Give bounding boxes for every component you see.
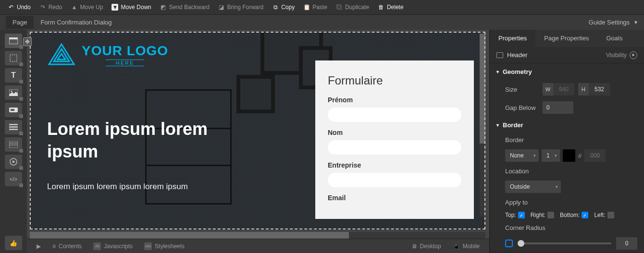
- redo-icon: ↷: [39, 4, 46, 11]
- list-tool-button[interactable]: [5, 137, 22, 152]
- undo-label: Undo: [17, 4, 31, 11]
- text-tool-button[interactable]: T: [5, 68, 22, 83]
- mobile-view-button[interactable]: 📱Mobile: [447, 241, 485, 252]
- corner-preview-icon: [505, 240, 513, 247]
- code-tool-button[interactable]: </>: [5, 172, 22, 186]
- play-button[interactable]: ▶: [31, 241, 47, 252]
- logo-subtext: HERE: [106, 60, 144, 66]
- border-color-input[interactable]: [584, 149, 606, 162]
- form-panel: Formulaire Prénom Nom Entreprise Email: [315, 60, 474, 219]
- border-location-select[interactable]: Outside▾: [505, 181, 561, 193]
- section-tool-button[interactable]: [5, 34, 22, 48]
- trash-icon: 🗑: [378, 4, 384, 11]
- bottom-checkbox[interactable]: ✓: [582, 212, 588, 218]
- bring-forward-button[interactable]: ◪Bring Forward: [214, 2, 267, 12]
- top-checkbox[interactable]: ✓: [518, 212, 525, 218]
- breadcrumb-page[interactable]: Page: [6, 16, 34, 29]
- canvas-scrollbar-horizontal[interactable]: [30, 232, 485, 239]
- hero-body: Lorem ipsum lorem ipsum lorem ipsum: [47, 181, 188, 193]
- tab-goals[interactable]: Goals: [597, 30, 631, 47]
- tab-page-properties[interactable]: Page Properties: [535, 30, 597, 47]
- scrollbar-thumb[interactable]: [480, 34, 485, 144]
- border-style-select[interactable]: None▾: [505, 149, 539, 162]
- border-label: Border: [505, 136, 524, 144]
- element-type-label: Header: [507, 51, 528, 59]
- breadcrumb-dialog[interactable]: Form Confirmation Dialog: [34, 16, 118, 29]
- contents-button[interactable]: ≡Contents: [47, 241, 87, 252]
- javascripts-button[interactable]: JSJavascripts: [87, 241, 138, 252]
- canvas-scrollbar-vertical[interactable]: [480, 34, 485, 217]
- move-down-button[interactable]: ▼Move Down: [108, 2, 155, 12]
- send-backward-button[interactable]: ◩Send Backward: [156, 2, 213, 12]
- form-input-prenom[interactable]: [328, 108, 461, 122]
- width-input[interactable]: [553, 83, 574, 96]
- paste-icon: 📋: [303, 4, 310, 11]
- svg-point-4: [11, 91, 12, 92]
- svg-rect-2: [10, 55, 17, 61]
- border-color-swatch[interactable]: [563, 149, 575, 162]
- button-tool-button[interactable]: [5, 103, 22, 117]
- header-element-icon: [496, 52, 503, 58]
- chevron-down-icon: ▾: [496, 122, 499, 128]
- left-checkbox[interactable]: [607, 212, 614, 218]
- selection-move-handle[interactable]: ✥: [23, 37, 32, 46]
- undo-button[interactable]: ↶Undo: [4, 2, 35, 12]
- border-style-value: None: [510, 152, 524, 159]
- form-input-entreprise[interactable]: [328, 173, 461, 187]
- slider-thumb[interactable]: [518, 240, 524, 247]
- copy-button[interactable]: ⧉Copy: [268, 2, 298, 12]
- form-input-nom[interactable]: [328, 140, 461, 155]
- hero-heading: Lorem ipsum lorem ipsum: [47, 118, 249, 163]
- redo-button[interactable]: ↷Redo: [36, 2, 66, 12]
- javascripts-label: Javascripts: [104, 243, 133, 250]
- tab-properties[interactable]: Properties: [490, 30, 535, 47]
- context-bar: Page Form Confirmation Dialog Guide Sett…: [0, 14, 644, 30]
- logo-icon: [47, 43, 76, 66]
- move-up-button[interactable]: ▲Move Up: [67, 2, 107, 12]
- dropdown-icon[interactable]: ▼: [633, 20, 638, 25]
- svg-rect-1: [9, 37, 18, 39]
- stylesheets-label: Stylesheets: [155, 243, 185, 250]
- section-border-label: Border: [503, 121, 523, 129]
- section-border-toggle[interactable]: ▾Border: [490, 117, 644, 133]
- size-label: Size: [505, 86, 539, 93]
- chevron-down-icon: ▾: [556, 184, 558, 189]
- right-checkbox[interactable]: [547, 212, 554, 218]
- height-input[interactable]: [589, 83, 610, 96]
- paste-button[interactable]: 📋Paste: [299, 2, 331, 12]
- svg-rect-10: [9, 141, 18, 148]
- video-tool-button[interactable]: [5, 155, 22, 169]
- visibility-toggle-icon[interactable]: [630, 51, 637, 59]
- guide-settings-label[interactable]: Guide Settings: [589, 19, 630, 26]
- form-label-nom: Nom: [328, 129, 461, 136]
- visibility-label: Visibility: [606, 52, 627, 59]
- corner-radius-slider[interactable]: [518, 242, 611, 244]
- box-tool-button[interactable]: [5, 51, 22, 65]
- image-tool-button[interactable]: [5, 85, 22, 100]
- arrow-up-icon: ▲: [71, 4, 77, 11]
- duplicate-button[interactable]: ⿻Duplicate: [332, 2, 373, 12]
- stylesheets-button[interactable]: cssStylesheets: [138, 241, 190, 252]
- top-toolbar: ↶Undo ↷Redo ▲Move Up ▼Move Down ◩Send Ba…: [0, 0, 644, 14]
- properties-panel: Properties Page Properties Goals Header …: [489, 30, 644, 253]
- bring-forward-label: Bring Forward: [227, 4, 263, 11]
- mobile-icon: 📱: [453, 243, 460, 250]
- form-tool-button[interactable]: [5, 120, 22, 134]
- chevron-down-icon: ▾: [555, 153, 557, 158]
- chevron-down-icon: ▾: [496, 69, 499, 74]
- move-up-label: Move Up: [80, 4, 103, 11]
- svg-rect-9: [9, 129, 18, 130]
- gap-below-input[interactable]: [543, 101, 573, 114]
- border-width-select[interactable]: 1▾: [542, 149, 560, 162]
- desktop-view-button[interactable]: 🖥Desktop: [406, 241, 447, 252]
- contents-label: Contents: [59, 243, 82, 250]
- scrollbar-thumb[interactable]: [30, 232, 349, 239]
- thumbs-up-button[interactable]: 👍: [5, 236, 22, 250]
- delete-button[interactable]: 🗑Delete: [374, 2, 408, 12]
- width-tag: W: [543, 83, 553, 96]
- section-geometry-toggle[interactable]: ▾Geometry: [490, 63, 644, 80]
- section-geometry-label: Geometry: [503, 68, 532, 75]
- page-canvas[interactable]: YOUR LOGO HERE Lorem ipsum lorem ipsum L…: [30, 32, 485, 230]
- form-label-entreprise: Entreprise: [328, 161, 461, 169]
- corner-radius-input[interactable]: [616, 237, 637, 250]
